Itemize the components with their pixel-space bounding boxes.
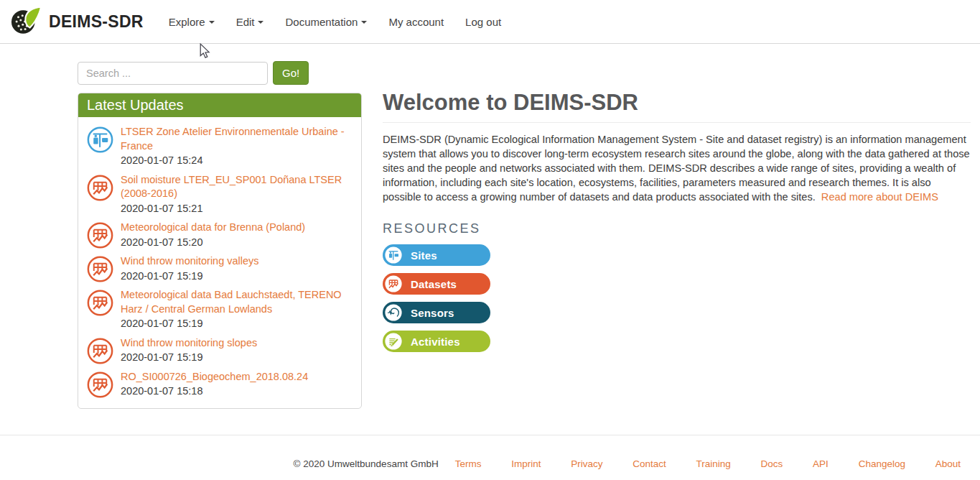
sensor-icon <box>385 304 402 321</box>
chevron-down-icon <box>258 21 263 24</box>
chevron-down-icon <box>361 21 367 24</box>
list-item: LTSER Zone Atelier Environnementale Urba… <box>87 125 354 168</box>
resources-heading: RESOURCES <box>383 221 971 236</box>
panel-title: Latest Updates <box>78 93 361 117</box>
update-date: 2020-01-07 15:21 <box>121 202 354 216</box>
dataset-icon <box>87 338 113 364</box>
activity-icon <box>385 333 402 350</box>
footer-link[interactable]: Privacy <box>571 458 602 469</box>
list-item: Wind throw monitoring valleys 2020-01-07… <box>87 254 354 283</box>
update-link[interactable]: LTSER Zone Atelier Environnementale Urba… <box>121 125 354 153</box>
update-list: LTSER Zone Atelier Environnementale Urba… <box>78 117 361 408</box>
page-title: Welcome to DEIMS-SDR <box>383 90 971 123</box>
search-bar: Go! <box>78 61 362 85</box>
page-content: Go! Latest Updates LTSER Zone Atelier En <box>0 44 980 409</box>
footer-link[interactable]: Terms <box>455 458 482 469</box>
chevron-down-icon <box>209 21 215 24</box>
resource-button-label: Datasets <box>411 278 457 290</box>
nav-item[interactable]: Log out <box>454 0 512 44</box>
nav-item-label: Edit <box>236 16 255 28</box>
nav-item[interactable]: Documentation <box>274 0 378 44</box>
latest-updates-panel: Latest Updates LTSER Zone Atelier Enviro… <box>78 93 362 409</box>
dataset-icon <box>87 290 113 316</box>
update-link[interactable]: Soil moisture LTER_EU_SP001 Doñana LTSER… <box>121 173 354 201</box>
sidebar: Go! Latest Updates LTSER Zone Atelier En <box>78 61 362 409</box>
brand-title: DEIMS-SDR <box>49 12 144 32</box>
update-date: 2020-01-07 15:24 <box>121 154 354 168</box>
nav-item-label: Log out <box>465 16 501 28</box>
footer-link[interactable]: Training <box>696 458 731 469</box>
resource-button-activities[interactable]: Activities <box>383 331 490 352</box>
list-item: RO_SI000726_Biogeochem_2018.08.24 2020-0… <box>87 370 354 399</box>
site-icon <box>385 246 402 264</box>
update-date: 2020-01-07 15:18 <box>121 384 308 399</box>
update-link[interactable]: Meteorological data Bad Lauchstaedt, TER… <box>121 288 354 316</box>
list-item: Meteorological data for Brenna (Poland) … <box>87 221 354 249</box>
update-date: 2020-01-07 15:19 <box>121 269 259 284</box>
footer-row: © 2020 Umweltbundesamt GmbH Terms Imprin… <box>0 435 980 469</box>
footer: © 2020 Umweltbundesamt GmbH Terms Imprin… <box>0 435 980 480</box>
search-go-button[interactable]: Go! <box>273 61 309 85</box>
dataset-icon <box>87 222 113 249</box>
search-input[interactable] <box>78 62 268 85</box>
nav-item[interactable]: Explore <box>158 0 225 44</box>
footer-link[interactable]: Imprint <box>511 458 541 469</box>
copyright: © 2020 Umweltbundesamt GmbH <box>294 458 439 469</box>
footer-link[interactable]: About <box>935 458 961 469</box>
update-date: 2020-01-07 15:20 <box>121 236 305 250</box>
footer-link[interactable]: Changelog <box>859 458 905 469</box>
resource-button-sites[interactable]: Sites <box>383 244 490 266</box>
dataset-icon <box>385 275 402 292</box>
resource-button-label: Activities <box>411 336 460 348</box>
navbar: DEIMS-SDR Explore Edit Documentation My … <box>0 0 980 44</box>
site-icon <box>87 126 113 153</box>
nav-menu: Explore Edit Documentation My account Lo… <box>158 0 512 44</box>
update-date: 2020-01-07 15:19 <box>121 317 354 331</box>
list-item: Wind throw monitoring slopes 2020-01-07 … <box>87 336 354 365</box>
nav-item-label: Explore <box>169 16 205 28</box>
update-link[interactable]: RO_SI000726_Biogeochem_2018.08.24 <box>121 370 308 384</box>
intro-paragraph: DEIMS-SDR (Dynamic Ecological Informatio… <box>383 132 971 204</box>
footer-link[interactable]: API <box>813 458 829 469</box>
brand-logo-icon <box>11 5 42 39</box>
footer-links: Terms Imprint Privacy Contact Training D… <box>439 458 961 469</box>
dataset-icon <box>87 175 113 201</box>
update-link[interactable]: Meteorological data for Brenna (Poland) <box>121 221 305 235</box>
resource-button-datasets[interactable]: Datasets <box>383 273 490 295</box>
dataset-icon <box>87 256 113 282</box>
dataset-icon <box>87 371 113 398</box>
update-link[interactable]: Wind throw monitoring slopes <box>121 336 257 351</box>
resource-button-label: Sites <box>411 249 437 262</box>
main-content: Welcome to DEIMS-SDR DEIMS-SDR (Dynamic … <box>383 61 971 359</box>
resource-button-label: Sensors <box>411 307 454 319</box>
list-item: Meteorological data Bad Lauchstaedt, TER… <box>87 288 354 331</box>
read-more-link[interactable]: Read more about DEIMS <box>821 191 938 203</box>
resource-buttons: Sites Datasets Sensors Activities <box>383 244 971 352</box>
list-item: Soil moisture LTER_EU_SP001 Doñana LTSER… <box>87 173 354 216</box>
resource-button-sensors[interactable]: Sensors <box>383 302 490 323</box>
footer-link[interactable]: Contact <box>633 458 666 469</box>
nav-item-label: My account <box>388 16 444 28</box>
nav-item-label: Documentation <box>285 16 358 28</box>
brand-home-link[interactable]: DEIMS-SDR <box>11 5 144 39</box>
nav-item[interactable]: My account <box>378 0 454 44</box>
footer-link[interactable]: Docs <box>761 458 783 469</box>
update-date: 2020-01-07 15:19 <box>121 351 257 365</box>
nav-item[interactable]: Edit <box>225 0 275 44</box>
update-link[interactable]: Wind throw monitoring valleys <box>121 254 259 269</box>
